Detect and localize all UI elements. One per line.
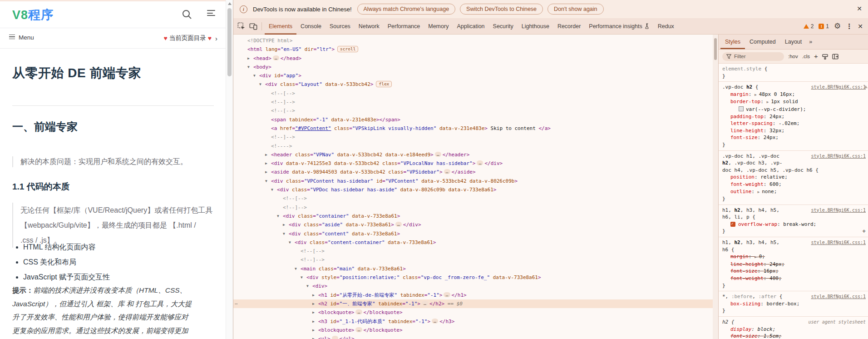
dom-tree-row[interactable]: ▼<div class="content" data-v-733e8a61>	[233, 229, 713, 238]
collapse-arrow-icon[interactable]: ▼	[271, 185, 277, 194]
expand-arrow-icon[interactable]: ▶	[312, 291, 318, 299]
styles-tab-computed[interactable]: Computed	[745, 35, 780, 49]
tab-performance-insights[interactable]: Performance insights	[585, 18, 653, 35]
tab-redux[interactable]: Redux	[654, 18, 678, 35]
expand-arrow-icon[interactable]: ▶	[265, 150, 271, 159]
expand-arrow-icon[interactable]: ▶	[312, 299, 318, 308]
devtools-close-icon[interactable]: ✕	[858, 23, 863, 30]
scrollbar-up-arrow[interactable]	[228, 2, 232, 5]
insert-rule-button[interactable]: +	[862, 228, 866, 235]
css-rule-line[interactable]: font-weight: 600;	[719, 181, 868, 188]
css-rule-line[interactable]: user agent stylesheeth2 {	[719, 319, 868, 326]
dom-tree-row[interactable]: ▶<aside data-v-98944503 data-v-533bcb42 …	[233, 168, 713, 176]
menu-button[interactable]: Menu	[9, 34, 34, 41]
dom-tree-row[interactable]: <!--[-->	[233, 106, 713, 115]
dom-tree-row[interactable]: ⋯▶<h2 id="一、前端专家" tabindex="-1">…</h2> =…	[233, 299, 713, 308]
tab-performance[interactable]: Performance	[384, 18, 424, 35]
dom-tree-row[interactable]: ▼<div class="content-container" data-v-7…	[233, 238, 713, 247]
dom-tree-row[interactable]: ▶<div class="aside" data-v-733e8a61>…</d…	[233, 220, 713, 229]
row-drag-handle[interactable]: ⋯	[235, 299, 237, 308]
dom-tree-row[interactable]: <!--[-->	[233, 194, 713, 203]
css-rule-line[interactable]: var(--vp-c-divider);	[719, 106, 868, 113]
css-rule-line[interactable]: style.BRfNgi6K.css:1h1, h2, h3, h4, h5,	[719, 207, 868, 214]
dom-tree-row[interactable]: ▼<div class="container" data-v-733e8a61>	[233, 212, 713, 220]
dom-tree-row[interactable]: <!--]-->	[233, 203, 713, 212]
css-rule-line[interactable]: doc h4, .vp-doc h5, .vp-doc h6 {	[719, 167, 868, 174]
styles-tab-styles[interactable]: Styles	[720, 35, 745, 49]
css-rule-line[interactable]: }	[719, 73, 868, 80]
styles-scrollbar-up-arrow[interactable]	[864, 85, 868, 88]
stylesheet-link[interactable]: style.BRfNgi6K.css:1	[811, 207, 866, 214]
dom-tree-row[interactable]: ▼<div class="VPDoc has-sidebar has-aside…	[233, 185, 713, 194]
device-toolbar-icon[interactable]	[249, 22, 258, 31]
css-rule-line[interactable]: margin: ▶ 0;	[719, 253, 868, 261]
dom-tree-row[interactable]: <!DOCTYPE html>	[233, 36, 713, 45]
expand-arrow-icon[interactable]: ▶	[312, 326, 318, 334]
collapse-arrow-icon[interactable]: ▼	[306, 282, 312, 290]
tab-elements[interactable]: Elements	[265, 18, 296, 35]
stylesheet-link[interactable]: style.BRfNgi6K.css:1	[811, 84, 866, 91]
css-rule-line[interactable]: element.style {	[719, 65, 868, 73]
dom-tree-row[interactable]: <!---->	[233, 142, 713, 150]
collapse-arrow-icon[interactable]: ▼	[265, 177, 271, 185]
collapse-arrow-icon[interactable]: ▼	[277, 212, 283, 220]
styles-tab-layout[interactable]: Layout	[780, 35, 807, 49]
css-rule-line[interactable]: display: block;	[719, 326, 868, 333]
dom-tree-row[interactable]: <span tabindex="-1" data-v-231e483e></sp…	[233, 115, 713, 124]
css-rule-line[interactable]: letter-spacing: -.02em;	[719, 120, 868, 127]
css-rule-line[interactable]: }	[719, 195, 868, 203]
expand-arrow-icon[interactable]: ▶	[265, 168, 271, 176]
expand-arrow-icon[interactable]: ▶	[312, 334, 318, 339]
tab-network[interactable]: Network	[355, 18, 384, 35]
element-class-toggle[interactable]: .cls	[802, 54, 810, 59]
css-rule-line[interactable]: h2, .vp-doc h3, .vp-	[719, 160, 868, 167]
notification-action-button[interactable]: Don't show again	[547, 4, 604, 15]
css-rule-line[interactable]: overflow-wrap: break-word;	[719, 221, 868, 228]
css-rule-line[interactable]: style.BRfNgi6K.css:1*, :before, :after {	[719, 293, 868, 300]
notification-close-icon[interactable]: ✕	[857, 5, 862, 12]
collapse-arrow-icon[interactable]: ▼	[301, 273, 306, 282]
dom-tree-row[interactable]: ▼<body>	[233, 63, 713, 71]
expand-arrow-icon[interactable]: ▶	[247, 54, 253, 63]
css-rule-line[interactable]: }	[719, 307, 868, 314]
css-rule-line[interactable]: h6, li, p {	[719, 214, 868, 221]
css-rule-line[interactable]: box-sizing: border-box;	[719, 300, 868, 308]
css-rule-line[interactable]: }	[719, 141, 868, 149]
tab-security[interactable]: Security	[489, 18, 518, 35]
css-rule-line[interactable]: outline: ▶ none;	[719, 188, 868, 196]
collapse-arrow-icon[interactable]: ▼	[289, 238, 295, 247]
kebab-menu-icon[interactable]: ⋮	[846, 22, 853, 30]
dom-tree-row[interactable]: ▼<div class="VPContent has-sidebar" id="…	[233, 177, 713, 185]
css-rule-line[interactable]: padding-top: 24px;	[719, 113, 868, 120]
css-rule-line[interactable]: position: relative;	[719, 174, 868, 181]
expand-arrow-icon[interactable]: ▶	[265, 159, 271, 168]
tab-console[interactable]: Console	[296, 18, 326, 35]
collapse-arrow-icon[interactable]: ▼	[253, 71, 259, 80]
tab-sources[interactable]: Sources	[326, 18, 355, 35]
rendering-emulations-icon[interactable]	[822, 54, 828, 60]
dom-tree-row[interactable]: ▶<ul>…</ul>	[233, 334, 713, 339]
toc-button[interactable]: ♥ 当前页面目录 ♥ ›	[163, 34, 217, 42]
dom-tree-row[interactable]: <!--]-->	[233, 255, 713, 264]
css-rule-line[interactable]: border-top: ▶ 1px solid	[719, 98, 868, 106]
css-rule-line[interactable]: style.BRfNgi6K.css:1h1, h2, h3, h4, h5,	[719, 239, 868, 246]
dom-tree-row[interactable]: ▶<blockquote>…</blockquote>	[233, 308, 713, 317]
expand-arrow-icon[interactable]: ▶	[312, 317, 318, 326]
scrollbar-thumb[interactable]	[227, 8, 232, 76]
tab-memory[interactable]: Memory	[424, 18, 453, 35]
collapse-arrow-icon[interactable]: ▼	[259, 80, 265, 89]
menu-hamburger-icon[interactable]	[207, 10, 216, 17]
stylesheet-link[interactable]: style.BRfNgi6K.css:1	[811, 153, 866, 160]
dom-tree-scrollbar[interactable]	[713, 35, 718, 339]
issues-badge[interactable]: !1	[819, 23, 829, 30]
css-rule-line[interactable]: line-height: 24px;	[719, 261, 868, 268]
filter-input[interactable]: Filter	[722, 52, 784, 61]
css-rule-line[interactable]: style.BRfNgi6K.css:1.vp-doc h2 {	[719, 84, 868, 91]
search-icon[interactable]	[181, 9, 193, 20]
css-rule-line[interactable]: font-size: 16px;	[719, 268, 868, 275]
tab-lighthouse[interactable]: Lighthouse	[518, 18, 553, 35]
css-rule-line[interactable]: font-size: 24px;	[719, 134, 868, 141]
tab-application[interactable]: Application	[453, 18, 488, 35]
css-rule-line[interactable]: font-weight: 400;	[719, 275, 868, 282]
collapse-arrow-icon[interactable]: ▼	[283, 229, 289, 238]
